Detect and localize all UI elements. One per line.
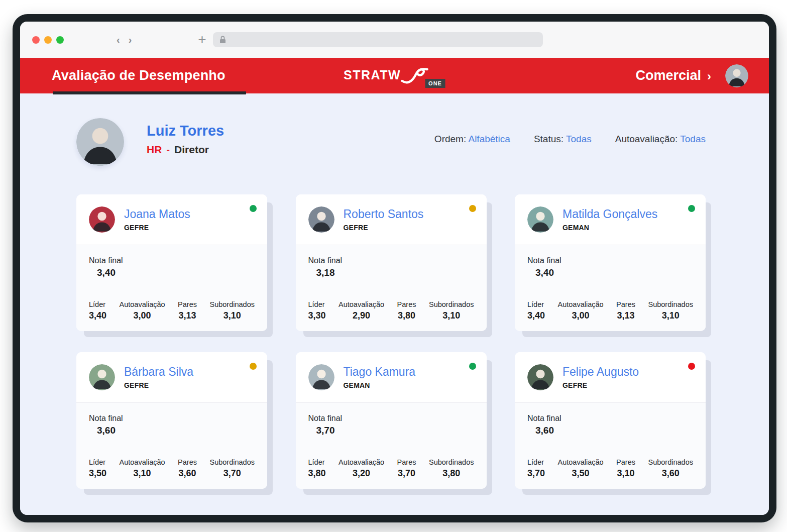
metric-peers: Pares 3,10 <box>616 458 635 479</box>
main-content: Luiz Torres HR - Diretor Ordem: Alfabéti… <box>20 93 769 515</box>
metric-selfreview-label: Autoavaliação <box>558 458 604 466</box>
stratws-one-logo: STRATW ONE <box>344 66 445 86</box>
final-score-label: Nota final <box>89 256 255 265</box>
metric-selfreview: Autoavaliação 3,10 <box>120 458 165 479</box>
employee-department: GEMAN <box>344 381 416 389</box>
employee-name[interactable]: Bárbara Silva <box>124 365 193 379</box>
metric-peers-value: 3,60 <box>178 468 197 479</box>
metric-subordinates: Subordinados 3,10 <box>429 300 474 321</box>
final-score-label: Nota final <box>89 414 255 423</box>
employee-name[interactable]: Tiago Kamura <box>344 365 416 379</box>
browser-nav: ‹ › <box>117 35 132 45</box>
final-score-value: 3,60 <box>89 425 255 436</box>
metric-leader: Líder 3,70 <box>527 458 545 479</box>
employee-name[interactable]: Roberto Santos <box>344 207 424 221</box>
metric-leader-value: 3,70 <box>527 468 545 479</box>
employee-card[interactable]: Tiago Kamura GEMAN Nota final 3,70 Líder… <box>296 352 487 489</box>
filter-selfreview-value[interactable]: Todas <box>680 134 706 144</box>
metric-selfreview: Autoavaliação 3,20 <box>339 458 384 479</box>
unit-selector-label: Comercial <box>635 68 701 83</box>
metric-peers: Pares 3,13 <box>616 300 635 321</box>
metric-selfreview-label: Autoavaliação <box>120 458 165 466</box>
employee-card[interactable]: Bárbara Silva GEFRE Nota final 3,60 Líde… <box>76 352 267 489</box>
back-icon[interactable]: ‹ <box>117 35 120 45</box>
metric-selfreview: Autoavaliação 3,50 <box>558 458 604 479</box>
manager-avatar <box>76 118 124 166</box>
metric-subordinates-value: 3,60 <box>648 468 693 479</box>
employee-card[interactable]: Matilda Gonçalves GEMAN Nota final 3,40 … <box>515 194 706 331</box>
employee-card-header: Roberto Santos GEFRE <box>296 194 487 245</box>
metric-subordinates-label: Subordinados <box>209 458 255 466</box>
final-score-value: 3,70 <box>308 425 474 436</box>
close-window-button[interactable] <box>32 36 40 44</box>
filters-bar: Ordem: Alfabética Status: Todas Autoaval… <box>434 134 706 145</box>
final-score-label: Nota final <box>527 256 693 265</box>
new-tab-icon[interactable]: + <box>198 33 206 47</box>
employee-card[interactable]: Roberto Santos GEFRE Nota final 3,18 Líd… <box>296 194 487 331</box>
metric-leader-label: Líder <box>527 300 545 308</box>
metric-selfreview-value: 2,90 <box>339 310 384 321</box>
address-bar[interactable] <box>213 32 543 47</box>
employee-card-header: Tiago Kamura GEMAN <box>296 352 487 403</box>
manager-role: Diretor <box>174 144 209 155</box>
metric-selfreview-value: 3,10 <box>120 468 165 479</box>
browser-window: ‹ › + Avaliação de Desempenho STRATW <box>20 22 769 515</box>
metric-leader: Líder 3,40 <box>527 300 545 321</box>
employee-card[interactable]: Joana Matos GEFRE Nota final 3,40 Líder … <box>76 194 267 331</box>
final-score-label: Nota final <box>527 414 693 423</box>
metric-leader-label: Líder <box>527 458 545 466</box>
metric-selfreview: Autoavaliação 2,90 <box>339 300 384 321</box>
metric-leader: Líder 3,40 <box>89 300 106 321</box>
metric-subordinates-value: 3,70 <box>209 468 255 479</box>
employee-card-header: Matilda Gonçalves GEMAN <box>515 194 706 245</box>
status-indicator-dot <box>469 205 476 212</box>
filter-selfreview: Autoavaliação: Todas <box>615 134 706 145</box>
employee-name[interactable]: Joana Matos <box>124 207 190 221</box>
metric-peers-value: 3,13 <box>616 310 635 321</box>
final-score-value: 3,18 <box>308 267 474 278</box>
metric-leader: Líder 3,50 <box>89 458 106 479</box>
lock-icon <box>219 36 226 44</box>
metric-subordinates-label: Subordinados <box>209 300 255 308</box>
employee-department: GEMAN <box>563 224 657 232</box>
browser-window-frame: ‹ › + Avaliação de Desempenho STRATW <box>13 14 776 522</box>
employee-name[interactable]: Matilda Gonçalves <box>563 207 657 221</box>
metric-peers: Pares 3,13 <box>178 300 197 321</box>
metric-leader-value: 3,50 <box>89 468 106 479</box>
employee-card-scores: Nota final 3,18 Líder 3,30 Autoavaliação… <box>296 245 487 331</box>
employee-avatar <box>527 206 553 233</box>
metric-peers: Pares 3,70 <box>397 458 416 479</box>
manager-profile-section: Luiz Torres HR - Diretor Ordem: Alfabéti… <box>76 118 706 166</box>
metric-peers: Pares 3,60 <box>178 458 197 479</box>
current-user-avatar[interactable] <box>725 64 748 87</box>
minimize-window-button[interactable] <box>44 36 52 44</box>
filter-status: Status: Todas <box>534 134 592 145</box>
employee-card[interactable]: Felipe Augusto GEFRE Nota final 3,60 Líd… <box>515 352 706 489</box>
metric-peers: Pares 3,80 <box>397 300 416 321</box>
filter-order-value[interactable]: Alfabética <box>468 134 510 144</box>
maximize-window-button[interactable] <box>56 36 64 44</box>
unit-selector[interactable]: Comercial › <box>635 68 711 83</box>
metric-subordinates-value: 3,10 <box>209 310 255 321</box>
final-score-value: 3,40 <box>527 267 693 278</box>
manager-department: HR <box>147 144 162 155</box>
employee-card-scores: Nota final 3,40 Líder 3,40 Autoavaliação… <box>515 245 706 331</box>
employee-department: GEFRE <box>124 381 193 389</box>
filter-status-value[interactable]: Todas <box>566 134 592 144</box>
employee-card-scores: Nota final 3,40 Líder 3,40 Autoavaliação… <box>76 245 267 331</box>
logo-brand-text: STRATW <box>344 66 401 81</box>
metric-peers-value: 3,80 <box>397 310 416 321</box>
metric-selfreview-label: Autoavaliação <box>339 300 384 308</box>
chevron-right-icon: › <box>707 69 711 83</box>
employee-name[interactable]: Felipe Augusto <box>563 365 639 379</box>
metric-subordinates-value: 3,10 <box>429 310 474 321</box>
status-indicator-dot <box>688 363 695 370</box>
metric-subordinates-value: 3,10 <box>648 310 693 321</box>
forward-icon[interactable]: › <box>129 35 132 45</box>
filter-order-label: Ordem: <box>434 134 466 144</box>
metric-subordinates-label: Subordinados <box>429 458 474 466</box>
metric-leader-label: Líder <box>89 458 106 466</box>
final-score-value: 3,40 <box>89 267 255 278</box>
employee-card-scores: Nota final 3,70 Líder 3,80 Autoavaliação… <box>296 403 487 489</box>
metric-subordinates: Subordinados 3,70 <box>209 458 255 479</box>
